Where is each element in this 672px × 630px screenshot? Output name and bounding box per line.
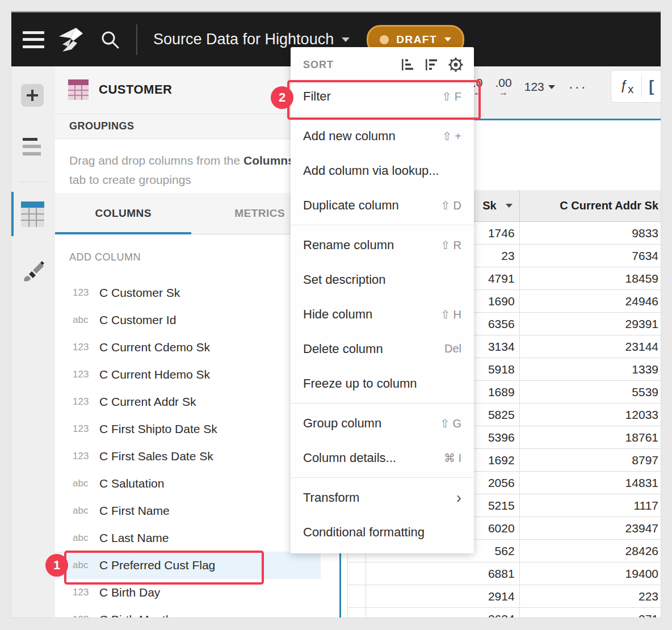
cell-col2[interactable]: 18761	[520, 426, 661, 448]
cell-col2[interactable]: 29391	[520, 313, 661, 335]
menu-item[interactable]: Column details... ⌘ I ›	[291, 440, 474, 475]
cell-col2[interactable]: 8797	[520, 449, 661, 471]
menu-item[interactable]: Transform ›	[291, 480, 474, 515]
search-icon[interactable]	[100, 30, 120, 50]
menu-item[interactable]: Group column ⇧ G ›	[291, 406, 474, 440]
groupings-section-header[interactable]: GROUPINGS	[55, 114, 328, 139]
sort-ascending-icon[interactable]	[400, 57, 415, 72]
row-gutter-cell[interactable]	[347, 562, 366, 585]
more-options-button[interactable]: ···	[569, 79, 587, 95]
menu-item[interactable]: Set description ›	[291, 262, 474, 297]
decrease-decimal-button[interactable]: .0 ←	[473, 77, 483, 96]
column-list-item[interactable]: 123 C Birth Month	[55, 606, 328, 618]
menu-item[interactable]: Conditional formatting ›	[291, 515, 474, 549]
formula-fx-icon[interactable]: ƒx	[620, 77, 633, 96]
menu-item[interactable]: Filter ⇧ F ›	[291, 79, 474, 114]
column-list-item[interactable]: 123 C Current Cdemo Sk	[55, 334, 328, 361]
cell-col2[interactable]: 24946	[520, 290, 661, 312]
column-name: C Last Name	[99, 531, 169, 545]
cell-col2[interactable]: 23947	[520, 517, 661, 539]
column-list-item[interactable]: 123 C Current Hdemo Sk	[55, 361, 328, 388]
draft-label: DRAFT	[396, 33, 437, 46]
column-list-item[interactable]: abc C Customer Id	[55, 306, 328, 334]
menu-item[interactable]: Add column via lookup... ›	[291, 153, 474, 188]
menu-item[interactable]: ›	[291, 225, 474, 225]
cell-col1[interactable]: 6881	[366, 562, 520, 585]
sort-settings-gear-icon[interactable]	[448, 57, 464, 73]
add-column-label[interactable]: ADD COLUMN	[69, 251, 141, 263]
number-format-dropdown[interactable]: 123	[524, 80, 555, 94]
draft-caret-icon	[444, 37, 451, 41]
cell-col2[interactable]: 28426	[520, 540, 661, 562]
menu-item[interactable]: Freeze up to column ›	[291, 366, 474, 401]
outline-panel-icon[interactable]	[23, 138, 42, 159]
sort-descending-icon[interactable]	[424, 57, 439, 72]
format-brush-icon[interactable]	[22, 258, 44, 283]
menu-item-label: Duplicate column	[303, 198, 440, 213]
menu-item[interactable]: ›	[291, 403, 474, 404]
column-type-icon: 123	[73, 369, 99, 380]
column-sort-caret-icon[interactable]	[506, 204, 513, 208]
row-gutter-cell[interactable]	[347, 585, 366, 607]
numfmt-caret-icon	[548, 85, 555, 89]
column-list-item[interactable]: 123 C Current Addr Sk	[55, 388, 328, 415]
panel-tabs: COLUMNS METRICS	[55, 193, 328, 234]
cell-col2[interactable]: 14831	[520, 472, 661, 494]
column-list-item[interactable]: abc C Preferred Cust Flag	[55, 552, 321, 579]
sigma-logo-icon[interactable]	[57, 26, 86, 53]
menu-item[interactable]: ›	[291, 116, 474, 116]
cell-col2[interactable]: 1339	[520, 358, 661, 380]
menu-item[interactable]: Rename column ⇧ R ›	[291, 228, 474, 262]
column-name: C First Name	[99, 504, 170, 518]
cell-col2[interactable]: 271	[520, 608, 661, 618]
table-row: 2914 223	[347, 585, 661, 608]
cell-col2[interactable]: 9833	[520, 222, 661, 244]
menu-item-shortcut: ⇧ D	[440, 199, 461, 212]
element-panel: CUSTOMER GROUPINGS Drag and drop columns…	[55, 65, 329, 618]
hamburger-menu-icon[interactable]	[23, 31, 44, 48]
sort-label: SORT	[303, 59, 400, 71]
cell-col1[interactable]: 2634	[366, 608, 520, 618]
menu-item[interactable]: ›	[291, 477, 474, 478]
formula-bar[interactable]: ƒx [	[611, 70, 661, 103]
increase-decimal-button[interactable]: .00 →	[495, 77, 512, 96]
column-list-item[interactable]: 123 C Customer Sk	[55, 279, 328, 306]
column-name: C Birth Day	[99, 586, 160, 599]
row-gutter-cell[interactable]	[347, 608, 366, 618]
menu-item-shortcut: ⇧ F	[442, 90, 461, 103]
menu-item[interactable]: Add new column ⇧ + ›	[291, 119, 474, 153]
column-list-item[interactable]: 123 C First Shipto Date Sk	[55, 415, 328, 443]
menu-item[interactable]: Hide column ⇧ H ›	[291, 297, 474, 331]
title-caret-icon[interactable]	[342, 37, 350, 42]
tab-columns[interactable]: COLUMNS	[55, 193, 192, 234]
cell-col2[interactable]: 19400	[520, 562, 661, 585]
column-list-item[interactable]: abc C Last Name	[55, 524, 328, 552]
menu-item-shortcut: Del	[444, 342, 461, 355]
formula-bar-divider	[641, 75, 642, 97]
add-element-button[interactable]	[21, 84, 44, 107]
column-type-icon: 123	[73, 587, 99, 598]
menu-item-shortcut: ⇧ H	[440, 308, 461, 321]
column-list-item[interactable]: abc C Salutation	[55, 470, 328, 497]
menu-item[interactable]: Delete column Del ›	[291, 331, 474, 366]
groupings-dropzone[interactable]: Drag and drop columns from the Columns t…	[55, 140, 328, 193]
cell-col2[interactable]: 23144	[520, 335, 661, 358]
cell-col2[interactable]: 7634	[520, 245, 661, 267]
cell-col1[interactable]: 2914	[366, 585, 520, 607]
cell-col2[interactable]: 18459	[520, 267, 661, 289]
cell-col2[interactable]: 1117	[520, 494, 661, 516]
grid-header-col2[interactable]: C Current Addr Sk	[520, 190, 661, 221]
document-title[interactable]: Source Data for Hightouch	[153, 31, 334, 48]
column-type-icon: abc	[73, 560, 99, 571]
menu-item-label: Filter	[303, 89, 442, 104]
column-list-item[interactable]: 123 C Birth Day	[55, 579, 328, 606]
column-list-item[interactable]: 123 C First Sales Date Sk	[55, 443, 328, 470]
table-name: CUSTOMER	[99, 82, 173, 97]
cell-col2[interactable]: 223	[520, 585, 661, 607]
column-list-item[interactable]: abc C First Name	[55, 497, 328, 524]
menu-item[interactable]: Duplicate column ⇧ D ›	[291, 188, 474, 222]
table-panel-icon[interactable]	[21, 201, 44, 227]
cell-col2[interactable]: 12033	[520, 404, 661, 426]
column-type-icon: 123	[73, 451, 99, 462]
cell-col2[interactable]: 5539	[520, 381, 661, 403]
